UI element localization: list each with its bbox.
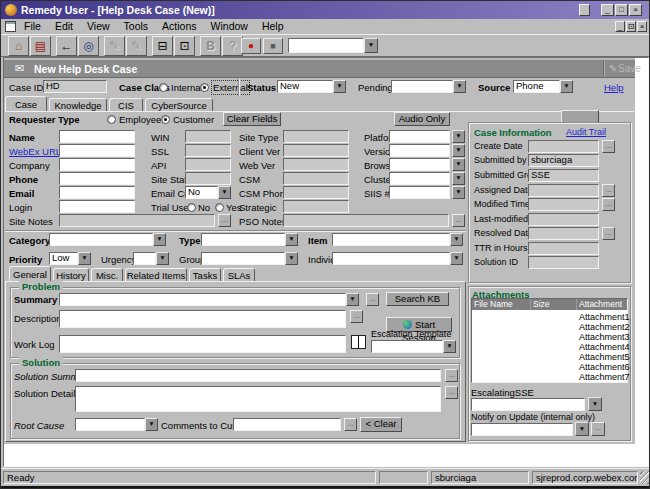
tab-tasks[interactable]: Tasks [189, 268, 221, 281]
case-id-field[interactable]: HD [43, 80, 107, 93]
requester-customer-radio[interactable] [161, 115, 170, 124]
requester-customer-label[interactable]: Customer [173, 113, 214, 126]
maximize-button[interactable]: □ [615, 4, 628, 16]
menu-file[interactable]: File [17, 19, 48, 33]
source-combo-arrow-icon[interactable] [560, 80, 573, 93]
description-browse-icon[interactable] [350, 310, 363, 323]
urgency-combo[interactable] [133, 252, 156, 265]
bold-icon[interactable]: B [200, 36, 221, 56]
individual-combo[interactable] [332, 252, 450, 265]
mdi-minimize-button[interactable]: _ [615, 21, 625, 32]
solution-summary-browse-icon[interactable] [445, 369, 458, 382]
requester-employee-label[interactable]: Employee [119, 113, 161, 126]
mdi-close-button[interactable]: × [637, 21, 647, 32]
mdi-document-icon[interactable] [5, 21, 16, 32]
print-icon[interactable]: ⊟ [152, 36, 173, 56]
modified-time-browse-icon[interactable] [602, 198, 615, 211]
right-gutter[interactable] [635, 58, 648, 444]
work-log-diary-icon[interactable] [351, 335, 366, 349]
record-icon[interactable]: ● [241, 38, 261, 54]
status-combo-arrow-icon[interactable] [333, 80, 346, 93]
login-field[interactable] [59, 200, 135, 213]
resolved-date-field[interactable] [528, 227, 599, 240]
trial-user-no-radio[interactable] [187, 203, 196, 212]
group-combo-arrow-icon[interactable] [285, 252, 298, 265]
escalation-template-arrow-icon[interactable] [443, 340, 456, 353]
site-notes-field[interactable] [59, 214, 215, 227]
stop-icon[interactable]: ■ [263, 38, 283, 54]
webex-url-link[interactable]: WebEx URL+ [9, 145, 67, 158]
preview-icon[interactable]: ⊡ [174, 36, 195, 56]
toolbar-combo-input[interactable] [288, 38, 364, 53]
menu-actions[interactable]: Actions [155, 19, 203, 33]
menu-tools[interactable]: Tools [117, 19, 156, 33]
web-ver-field[interactable] [283, 158, 349, 171]
platform-combo[interactable] [389, 130, 450, 143]
site-type-field[interactable] [283, 130, 349, 143]
solution-summary-field[interactable] [75, 369, 441, 382]
help-cursor-icon[interactable]: ? [222, 36, 243, 56]
requester-employee-radio[interactable] [107, 115, 116, 124]
category-combo[interactable] [49, 233, 153, 246]
tab-misc[interactable]: Misc. [91, 268, 123, 281]
tab-slas[interactable]: SLAs [223, 268, 255, 281]
tab-related-items[interactable]: Related Items [125, 268, 187, 281]
pso-notes-browse-icon[interactable] [452, 214, 465, 227]
version-combo-arrow-icon[interactable] [452, 144, 465, 157]
escalating-sse-arrow-icon[interactable] [588, 397, 602, 411]
summary-browse-icon[interactable] [366, 293, 379, 306]
trial-user-no-label[interactable]: No [198, 201, 210, 214]
menu-help[interactable]: Help [255, 19, 291, 33]
summary-field[interactable] [59, 293, 346, 306]
search-icon[interactable]: ◎ [78, 36, 99, 56]
case-class-external-radio[interactable] [200, 83, 209, 92]
phone-field[interactable] [59, 172, 135, 185]
source-combo[interactable]: Phone [513, 80, 560, 93]
last-modified-by-field[interactable] [528, 213, 599, 226]
individual-combo-arrow-icon[interactable] [450, 252, 463, 265]
solution-id-field[interactable] [528, 256, 599, 269]
notify-on-update-combo[interactable] [471, 423, 573, 436]
toolbar-combo-arrow-icon[interactable] [364, 38, 378, 53]
api-field[interactable] [185, 158, 231, 171]
pending-combo-arrow-icon[interactable] [453, 80, 466, 93]
type-combo-arrow-icon[interactable] [285, 233, 298, 246]
email-cust-combo[interactable]: No [185, 186, 218, 199]
escalation-template-combo[interactable] [371, 340, 443, 353]
menu-edit[interactable]: Edit [48, 19, 80, 33]
attachment-row[interactable]: Attachment4 [579, 342, 630, 352]
urgency-combo-arrow-icon[interactable] [156, 252, 169, 265]
siis-combo-arrow-icon[interactable] [452, 186, 465, 199]
save-button[interactable]: Save [618, 63, 641, 74]
attachments-header-size[interactable]: Size [531, 299, 577, 310]
siis-combo[interactable] [389, 186, 450, 199]
modified-time-field[interactable] [528, 198, 599, 211]
csm-phone-field[interactable] [283, 186, 349, 199]
csm-field[interactable] [283, 172, 349, 185]
email-field[interactable] [59, 186, 135, 199]
title-bar[interactable]: Remedy User - [Help Desk Case (New)] _ □… [1, 1, 649, 19]
clear-button[interactable]: < Clear [360, 417, 402, 432]
solution-details-field[interactable] [75, 386, 441, 412]
priority-combo[interactable]: Low [49, 252, 78, 265]
tab-cis[interactable]: CIS [109, 98, 143, 111]
site-status-field[interactable] [185, 172, 231, 185]
case-class-internal-radio[interactable] [159, 83, 168, 92]
version-combo[interactable] [389, 144, 450, 157]
close-button[interactable]: × [629, 4, 642, 16]
notify-on-update-arrow-icon[interactable] [575, 422, 589, 436]
root-cause-arrow-icon[interactable] [145, 418, 158, 431]
name-field[interactable] [59, 130, 135, 143]
attachments-header-filename[interactable]: File Name [472, 299, 531, 310]
notify-on-update-browse-icon[interactable] [591, 422, 605, 436]
status-combo[interactable]: New [277, 80, 333, 93]
client-ver-field[interactable] [283, 144, 349, 157]
submitted-by-field[interactable]: sburciaga [528, 154, 599, 167]
attachments-header-attachment[interactable]: Attachment [577, 299, 627, 310]
case-class-internal-label[interactable]: Internal [171, 81, 203, 94]
description-field[interactable] [59, 310, 346, 328]
browser-combo[interactable] [389, 158, 450, 171]
comments-to-cust-field[interactable] [233, 418, 341, 431]
clear-fields-button[interactable]: Clear Fields [223, 112, 281, 126]
back-icon[interactable]: ← [56, 36, 77, 56]
